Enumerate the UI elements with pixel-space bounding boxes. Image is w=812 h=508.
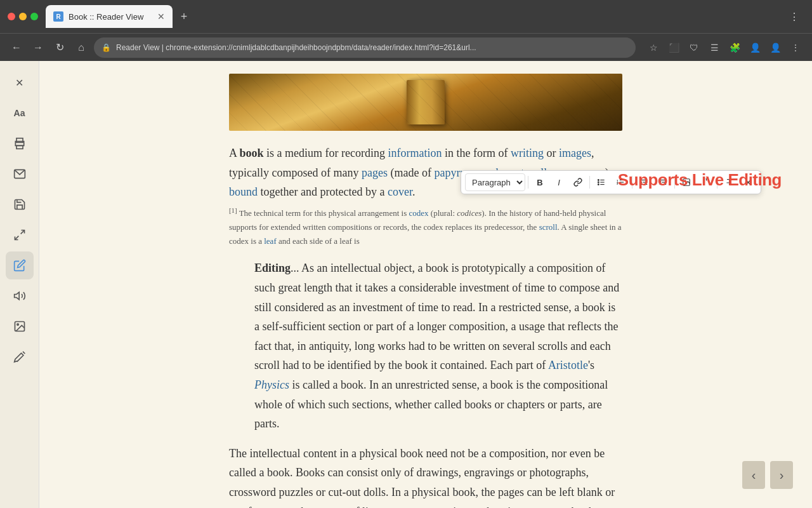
nav-bar: ← → ↻ ⌂ 🔒 Reader View | chrome-extension… xyxy=(0,33,812,61)
extensions-icon[interactable]: 🧩 xyxy=(726,39,743,57)
svg-marker-5 xyxy=(14,292,19,300)
italic-button[interactable]: I xyxy=(550,173,568,191)
new-tab-button[interactable]: + xyxy=(175,8,193,25)
svg-point-12 xyxy=(598,180,599,181)
book-bold: book xyxy=(240,147,264,159)
codex-link[interactable]: codex xyxy=(409,208,429,218)
next-arrow[interactable]: › xyxy=(770,461,793,489)
scroll-link[interactable]: scroll xyxy=(539,222,558,232)
sidebar: ✕ Aa xyxy=(0,61,39,508)
blockquote-button[interactable]: " xyxy=(697,173,714,191)
sidebar-font-btn[interactable]: Aa xyxy=(6,99,34,127)
toolbar-separator-4 xyxy=(674,176,675,189)
bookmark-button[interactable]: ☆ xyxy=(645,39,662,57)
editing-toolbar: Paragraph B I " T̶ ✕ xyxy=(461,170,761,194)
aristotle-link[interactable]: Aristotle xyxy=(548,359,588,371)
svg-line-4 xyxy=(15,236,18,240)
indent-increase-button[interactable] xyxy=(654,173,672,191)
tab-favicon xyxy=(53,11,63,22)
sidebar-close-btn[interactable]: ✕ xyxy=(6,69,34,97)
svg-rect-1 xyxy=(16,145,23,149)
indent-decrease-button[interactable] xyxy=(635,173,653,191)
address-text: Reader View | chrome-extension://cnimljd… xyxy=(116,43,628,52)
svg-point-25 xyxy=(684,180,686,182)
back-button[interactable]: ← xyxy=(8,39,25,57)
svg-point-13 xyxy=(598,182,599,183)
writing-link[interactable]: writing xyxy=(511,147,544,159)
address-bar[interactable]: 🔒 Reader View | chrome-extension://cniml… xyxy=(94,37,636,58)
close-traffic-light[interactable] xyxy=(8,13,15,20)
sidebar-pencil-btn[interactable] xyxy=(6,343,34,371)
tab-title: Book :: Reader View xyxy=(69,12,143,22)
navigation-arrows: ‹ › xyxy=(742,461,793,489)
window-controls: ⋮ xyxy=(784,6,804,27)
sidebar-image-btn[interactable] xyxy=(6,312,34,340)
shield-icon[interactable]: 🛡 xyxy=(685,39,703,57)
reload-button[interactable]: ↻ xyxy=(51,39,69,57)
sidebar-audio-btn[interactable] xyxy=(6,282,34,310)
browser-toolbar: ☆ ⬛ 🛡 ☰ 🧩 👤 👤 ⋮ xyxy=(645,39,804,57)
reader-text: A book is a medium for recording informa… xyxy=(216,61,635,508)
insert-image-button[interactable] xyxy=(678,173,695,191)
svg-point-7 xyxy=(16,324,18,325)
cover-link[interactable]: cover xyxy=(388,185,412,198)
link-button[interactable] xyxy=(569,173,587,191)
profile-icon[interactable]: 👤 xyxy=(746,39,764,57)
browser-window: Book :: Reader View ✕ + ⋮ ← → ↻ ⌂ 🔒 Read… xyxy=(0,0,812,508)
bullet-list-button[interactable] xyxy=(593,173,610,191)
sidebar-print-btn[interactable] xyxy=(6,130,34,157)
toolbar-separator-1 xyxy=(528,176,528,189)
person-icon[interactable]: 👤 xyxy=(766,39,784,57)
minimize-traffic-light[interactable] xyxy=(19,13,27,20)
leaf-link[interactable]: leaf xyxy=(264,236,276,246)
bold-button[interactable]: B xyxy=(531,173,549,191)
lock-icon: 🔒 xyxy=(102,43,111,52)
svg-point-14 xyxy=(598,184,599,185)
tab-close-button[interactable]: ✕ xyxy=(157,11,165,22)
physics-link[interactable]: Physics xyxy=(254,378,289,391)
svg-line-3 xyxy=(20,231,24,234)
reader-view-icon[interactable]: ☰ xyxy=(705,39,723,57)
paragraph-physical: The intellectual content in a physical b… xyxy=(229,444,622,508)
bound-link[interactable]: bound xyxy=(229,185,258,198)
maximize-traffic-light[interactable] xyxy=(30,13,38,20)
prev-arrow[interactable]: ‹ xyxy=(742,461,765,489)
footnote-1: [1] The technical term for this physical… xyxy=(229,204,622,249)
forward-button[interactable]: → xyxy=(29,39,47,57)
pages-link[interactable]: pages xyxy=(362,166,388,179)
active-tab[interactable]: Book :: Reader View ✕ xyxy=(46,5,173,28)
title-bar: Book :: Reader View ✕ + ⋮ xyxy=(0,0,812,33)
close-toolbar-button[interactable]: ✕ xyxy=(739,173,757,191)
traffic-lights xyxy=(8,13,38,20)
numbered-list-button[interactable] xyxy=(612,173,629,191)
sidebar-fullscreen-btn[interactable] xyxy=(6,221,34,249)
images-link[interactable]: images xyxy=(559,147,591,159)
home-button[interactable]: ⌂ xyxy=(72,39,90,57)
clear-format-button[interactable]: T̶ xyxy=(720,173,738,191)
main-area: ✕ Aa xyxy=(0,61,812,508)
blockquote: Editing... As an intellectual object, a … xyxy=(248,258,622,433)
sidebar-edit-btn[interactable] xyxy=(6,251,34,279)
svg-line-8 xyxy=(23,352,25,354)
more-button[interactable]: ⋮ xyxy=(787,39,804,57)
sidebar-email-btn[interactable] xyxy=(6,160,34,188)
paragraph-style-select[interactable]: Paragraph xyxy=(465,173,525,191)
information-link[interactable]: information xyxy=(388,147,442,159)
toolbar-separator-5 xyxy=(717,176,717,189)
reader-content-area[interactable]: A book is a medium for recording informa… xyxy=(39,61,812,508)
tab-bar: Book :: Reader View ✕ + xyxy=(46,5,779,28)
sidebar-save-btn[interactable] xyxy=(6,190,34,218)
book-image xyxy=(229,74,622,131)
toolbar-separator-2 xyxy=(589,176,590,189)
window-menu-button[interactable]: ⋮ xyxy=(784,6,804,27)
toolbar-separator-3 xyxy=(632,176,632,189)
screenshot-icon[interactable]: ⬛ xyxy=(665,39,683,57)
